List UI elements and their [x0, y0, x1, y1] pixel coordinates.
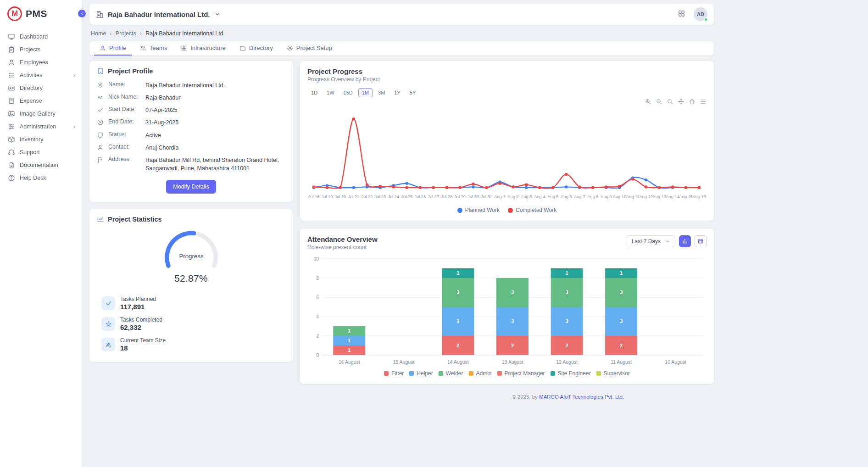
legend-swatch	[551, 371, 555, 376]
chevron-right-icon: ›	[140, 30, 142, 37]
sidebar-item-dashboard[interactable]: Dashboard	[0, 30, 82, 43]
sidebar-item-image-gallery[interactable]: Image Gallery	[0, 107, 82, 120]
topbar: Raja Bahadur International Ltd. AD	[89, 4, 714, 25]
legend-item-admin[interactable]: Admin	[469, 370, 492, 377]
expense-icon	[8, 97, 15, 105]
sidebar: M PMS Dashboard Projects Employees Activ…	[0, 0, 82, 467]
gear-icon	[287, 45, 293, 51]
svg-text:Aug 9: Aug 9	[601, 195, 612, 199]
svg-text:Jul 21: Jul 21	[348, 195, 359, 199]
range-button-1m[interactable]: 1M	[358, 88, 373, 97]
selection-zoom-icon[interactable]	[667, 98, 673, 106]
profile-field-contact: Contact: Anuj Chordia	[97, 144, 285, 152]
tab-profile[interactable]: Profile	[94, 41, 132, 56]
home-icon[interactable]	[689, 98, 696, 106]
table-icon	[697, 238, 704, 245]
shield-icon	[97, 132, 104, 139]
sidebar-item-projects[interactable]: Projects	[0, 43, 82, 56]
svg-text:Aug 16: Aug 16	[692, 195, 706, 199]
breadcrumb-home[interactable]: Home	[91, 30, 106, 37]
range-button-5y[interactable]: 5Y	[406, 88, 419, 97]
sidebar-item-help-desk[interactable]: Help Desk	[0, 172, 82, 184]
card-title: Attendance Overview	[307, 235, 378, 243]
company-selector[interactable]: Raja Bahadur International Ltd.	[96, 11, 221, 18]
dashboard-icon	[8, 33, 15, 40]
svg-text:1: 1	[620, 270, 623, 276]
inventory-icon	[8, 136, 15, 143]
breadcrumb: Home › Projects › Raja Bahadur Internati…	[89, 25, 714, 41]
fingerprint-icon	[97, 94, 104, 101]
zoom-out-icon[interactable]	[656, 98, 662, 106]
sidebar-item-activities[interactable]: Activities ›	[0, 69, 82, 82]
svg-text:8: 8	[316, 276, 319, 281]
svg-text:Jul 22: Jul 22	[361, 195, 373, 199]
legend-item-supervisor[interactable]: Supervisor	[596, 370, 630, 377]
svg-text:Aug 4: Aug 4	[534, 195, 545, 199]
svg-text:3: 3	[511, 289, 514, 295]
svg-text:Progress: Progress	[179, 253, 203, 260]
range-button-3m[interactable]: 3M	[374, 88, 389, 97]
sidebar-item-expense[interactable]: Expense	[0, 95, 82, 107]
gear-icon	[97, 82, 104, 89]
chart-view-button[interactable]	[679, 235, 691, 247]
chart-line-icon	[97, 216, 104, 223]
legend-item-planned-work[interactable]: Planned Work	[457, 207, 500, 213]
sidebar-item-employees[interactable]: Employees	[0, 56, 82, 69]
building-icon	[96, 11, 104, 18]
zoom-in-icon[interactable]	[645, 98, 651, 106]
sidebar-item-administration[interactable]: Administration ›	[0, 120, 82, 133]
legend-swatch	[409, 371, 414, 376]
tab-teams[interactable]: Teams	[134, 41, 172, 56]
card-title: Project Statistics	[108, 216, 162, 223]
sidebar-item-inventory[interactable]: Inventory	[0, 133, 82, 146]
legend-item-helper[interactable]: Helper	[409, 370, 433, 377]
profile-field-nick-name: Nick Name: Raja Bahadur	[97, 94, 285, 102]
administration-icon	[8, 123, 15, 130]
tab-infrastructure[interactable]: Infrastructure	[175, 41, 231, 56]
profile-field-name: Name: Raja Bahadur International Ltd.	[97, 81, 285, 89]
menu-icon[interactable]	[700, 98, 707, 106]
attendance-range-select[interactable]: Last 7 Days	[627, 235, 675, 247]
bar-chart-svg[interactable]: 024681011116 August15 August233114 Augus…	[307, 254, 706, 368]
chevron-down-icon	[214, 11, 221, 17]
range-button-1y[interactable]: 1Y	[390, 88, 404, 97]
svg-text:Aug 7: Aug 7	[574, 195, 585, 199]
legend-item-fitter[interactable]: Fitter	[384, 370, 404, 377]
legend-item-site-engineer[interactable]: Site Engineer	[551, 370, 591, 377]
bar-chart-legend: FitterHelperWelderAdminProject ManagerSi…	[307, 370, 707, 377]
apps-grid-button[interactable]	[677, 9, 686, 20]
progress-gauge: Progress 52.87%	[97, 229, 285, 284]
svg-text:Aug 11: Aug 11	[626, 195, 640, 199]
pan-icon[interactable]	[678, 98, 684, 106]
sidebar-item-support[interactable]: Support	[0, 146, 82, 159]
svg-text:2: 2	[566, 343, 568, 348]
online-status-dot	[704, 17, 708, 22]
breadcrumb-projects[interactable]: Projects	[116, 30, 136, 37]
check-icon	[97, 106, 104, 113]
card-subtitle: Role-wise present count	[307, 244, 378, 250]
legend-item-completed-work[interactable]: Completed Work	[508, 207, 556, 213]
svg-text:6: 6	[316, 295, 319, 300]
project-statistics-card: Project Statistics Progress 52.87% Tasks…	[89, 209, 293, 362]
directory-icon	[8, 84, 15, 92]
sidebar-collapse-button[interactable]: ‹	[78, 10, 86, 17]
svg-text:Jul 28: Jul 28	[441, 195, 452, 199]
range-button-1d[interactable]: 1D	[307, 88, 321, 97]
modify-details-button[interactable]: Modify Details	[166, 180, 216, 194]
tab-directory[interactable]: Directory	[234, 41, 278, 56]
range-button-15d[interactable]: 15D	[340, 88, 356, 97]
line-chart-svg[interactable]: Jul 18Jul 19Jul 20Jul 21Jul 22Jul 23Jul …	[307, 106, 706, 205]
logo[interactable]: M PMS	[0, 0, 82, 28]
tab-project-setup[interactable]: Project Setup	[281, 41, 338, 56]
sidebar-item-documentation[interactable]: Documentation	[0, 159, 82, 172]
avatar[interactable]: AD	[694, 7, 707, 21]
range-button-1w[interactable]: 1W	[323, 88, 338, 97]
profile-field-end-date: End Date: 31-Aug-2025	[97, 118, 285, 127]
sidebar-item-directory[interactable]: Directory	[0, 82, 82, 95]
footer-link[interactable]: MARCO AIoT Technologies Pvt. Ltd.	[539, 394, 624, 400]
table-view-button[interactable]	[695, 235, 707, 247]
company-name: Raja Bahadur International Ltd.	[108, 11, 210, 18]
svg-text:Aug 6: Aug 6	[561, 195, 572, 199]
legend-item-project-manager[interactable]: Project Manager	[497, 370, 545, 377]
legend-item-welder[interactable]: Welder	[439, 370, 463, 377]
